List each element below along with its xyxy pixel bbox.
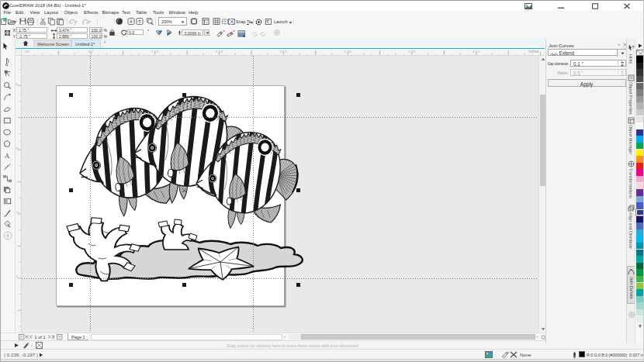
- svg-text:2 1/2: 2 1/2: [216, 49, 223, 53]
- svg-text:?: ?: [632, 44, 635, 50]
- svg-text:4: 4: [315, 49, 317, 53]
- svg-text:-3: -3: [16, 274, 19, 278]
- svg-text:4 1/2: 4 1/2: [345, 49, 352, 53]
- svg-text:A: A: [5, 152, 10, 160]
- svg-text:-2: -2: [16, 211, 19, 214]
- svg-text:1/2: 1/2: [88, 49, 93, 53]
- svg-text:7: 7: [507, 49, 510, 53]
- svg-text:1: 1: [123, 49, 125, 53]
- svg-text:0: 0: [58, 49, 61, 53]
- svg-text:1 1/2: 1 1/2: [151, 49, 159, 53]
- svg-text:-1/2: -1/2: [24, 49, 30, 53]
- svg-text:3 1/2: 3 1/2: [280, 49, 288, 53]
- svg-text:-1: -1: [16, 147, 19, 150]
- svg-text:6: 6: [444, 49, 446, 53]
- svg-text:6 1/2: 6 1/2: [473, 49, 480, 53]
- svg-text:5: 5: [379, 49, 382, 53]
- svg-text:5 1/2: 5 1/2: [409, 49, 417, 53]
- svg-text:3: 3: [251, 49, 253, 53]
- svg-text:2: 2: [186, 49, 189, 53]
- svg-text:inches: inches: [529, 50, 540, 53]
- svg-text:1 of 1: 1 of 1: [35, 335, 46, 340]
- svg-text:0: 0: [16, 83, 19, 85]
